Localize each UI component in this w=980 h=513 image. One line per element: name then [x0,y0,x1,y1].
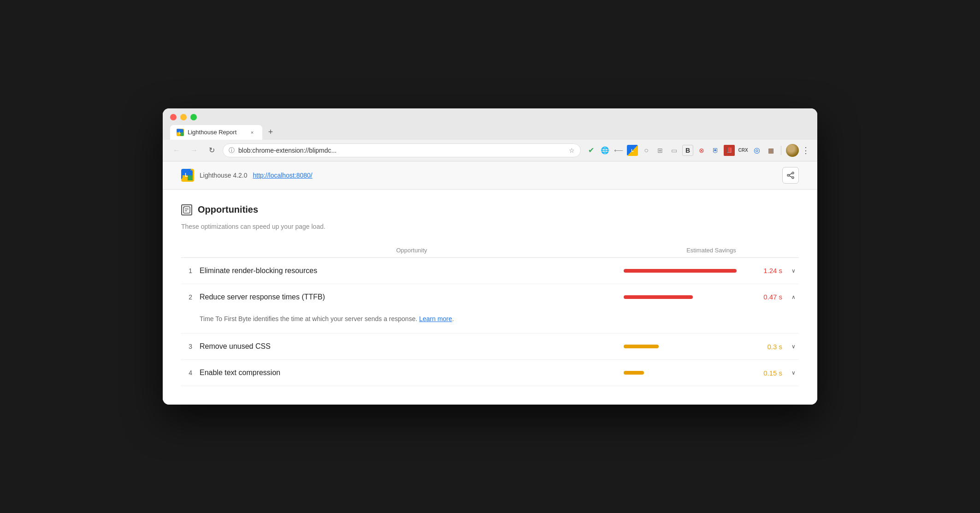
monitor-icon[interactable]: ▭ [668,145,679,156]
bookmark-icon: ☆ [569,147,575,154]
svg-text:L: L [185,172,188,178]
back-button[interactable]: ← [170,144,183,157]
opportunities-icon [181,204,192,215]
table-row: 3 Remove unused CSS 0.3 s ∨ [181,334,799,360]
savings-bar-container [624,345,749,348]
minimize-window-button[interactable] [180,114,187,120]
lighthouse-brand: L Lighthouse 4.2.0 http://localhost:8080… [181,169,313,182]
savings-value: 0.15 s [755,369,782,377]
lighthouse-toolbar-icon[interactable]: L [627,145,638,156]
refresh-button[interactable]: ↻ [205,144,218,157]
section-header: Opportunities [181,204,799,215]
crx-icon[interactable]: CRX [738,145,749,156]
savings-bar [624,295,693,299]
close-window-button[interactable] [170,114,177,120]
title-bar: L Lighthouse Report × + [163,108,817,140]
savings-bar [624,345,659,348]
tab-title: Lighthouse Report [188,129,245,136]
svg-point-8 [792,172,794,174]
address-text: blob:chrome-extension://blipmdc... [238,147,565,154]
shield-icon[interactable]: ⛨ [710,145,721,156]
row-number: 1 [181,267,200,274]
row-number: 2 [181,293,200,301]
table-row: 1 Eliminate render-blocking resources 1.… [181,258,799,284]
row-label: Enable text compression [200,369,624,377]
learn-more-link[interactable]: Learn more [419,315,452,322]
svg-point-9 [787,174,789,176]
section-description: These optimizations can speed up your pa… [181,223,799,230]
row-savings: 1.24 s ∨ [624,265,799,276]
savings-bar-container [624,295,749,299]
navigation-bar: ← → ↻ ⓘ blob:chrome-extension://blipmdc.… [163,140,817,161]
target-icon[interactable]: ⊗ [696,145,707,156]
expand-button[interactable]: ∨ [788,367,799,378]
expanded-description: Time To First Byte identifies the time a… [200,314,799,324]
tab-close-button[interactable]: × [248,129,256,136]
row-label: Reduce server response times (TTFB) [200,293,624,301]
circle-icon[interactable]: ○ [641,145,652,156]
media-icon[interactable]: ⟵ [613,145,624,156]
tabs-row: L Lighthouse Report × + [170,125,810,140]
savings-value: 0.47 s [755,293,782,301]
lighthouse-header: L Lighthouse 4.2.0 http://localhost:8080… [163,161,817,190]
grid-brown-icon[interactable]: ▦ [765,145,776,156]
collapse-button[interactable]: ∧ [788,292,799,303]
row-number: 3 [181,343,200,350]
savings-bar [624,269,737,273]
col-opportunity-header: Opportunity [181,247,624,254]
info-icon: ⓘ [229,146,235,155]
savings-bar-container [624,371,749,375]
svg-line-12 [789,176,792,177]
row-savings: 0.47 s ∧ [624,292,799,303]
svg-rect-6 [188,175,193,180]
row-label: Eliminate render-blocking resources [200,267,624,275]
green-check-icon[interactable]: ✔ [585,145,596,156]
lighthouse-version: Lighthouse 4.2.0 [200,172,248,179]
svg-text:L: L [179,131,181,134]
separator [781,146,781,155]
svg-rect-13 [183,207,190,213]
table-row: 2 Reduce server response times (TTFB) 0.… [181,284,799,310]
profile-avatar[interactable] [786,144,799,157]
col-savings-header: Estimated Savings [624,247,799,254]
traffic-lights [170,114,810,120]
lighthouse-url[interactable]: http://localhost:8080/ [253,172,313,179]
savings-value: 1.24 s [755,267,782,274]
section-title: Opportunities [198,204,258,215]
browser-window: L Lighthouse Report × + ← → ↻ ⓘ blob:chr… [163,108,817,405]
new-tab-button[interactable]: + [264,126,277,139]
expanded-details: Time To First Byte identifies the time a… [181,310,799,334]
blue-circle-icon[interactable]: ◎ [751,145,762,156]
savings-bar [624,371,644,375]
row-label: Remove unused CSS [200,342,624,351]
savings-value: 0.3 s [755,343,782,351]
tab-favicon: L [177,129,184,136]
forward-button[interactable]: → [188,144,201,157]
table-row: 4 Enable text compression 0.15 s ∨ [181,360,799,386]
grid-icon[interactable]: ⊞ [655,145,666,156]
maximize-window-button[interactable] [190,114,197,120]
book-icon[interactable]: 📕 [724,145,735,156]
active-tab[interactable]: L Lighthouse Report × [170,125,262,140]
row-savings: 0.3 s ∨ [624,341,799,352]
svg-line-11 [789,173,792,175]
savings-bar-container [624,269,749,273]
opportunities-list: 1 Eliminate render-blocking resources 1.… [181,258,799,386]
row-savings: 0.15 s ∨ [624,367,799,378]
address-bar[interactable]: ⓘ blob:chrome-extension://blipmdc... ☆ [223,143,581,157]
expand-button[interactable]: ∨ [788,341,799,352]
svg-point-10 [792,177,794,179]
more-options-button[interactable]: ⋮ [802,145,810,155]
globe-icon[interactable]: 🌐 [599,145,610,156]
table-header: Opportunity Estimated Savings [181,243,799,258]
row-number: 4 [181,369,200,376]
main-content: Opportunities These optimizations can sp… [163,190,817,405]
b-extension-icon[interactable]: B [682,145,693,156]
share-button[interactable] [782,167,799,184]
expand-button[interactable]: ∨ [788,265,799,276]
toolbar-icons: ✔ 🌐 ⟵ L ○ ⊞ ▭ B ⊗ ⛨ 📕 CRX [585,144,810,157]
lighthouse-logo: L [181,169,194,182]
